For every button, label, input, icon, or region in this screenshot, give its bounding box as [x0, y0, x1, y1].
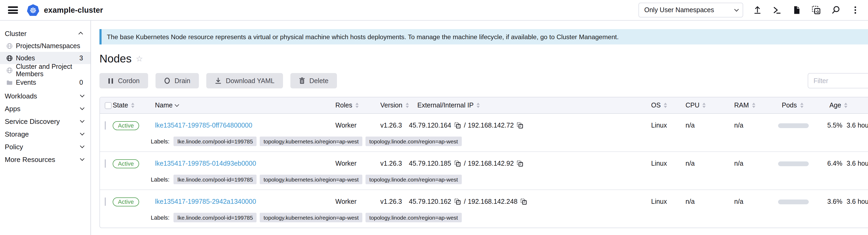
delete-button[interactable]: Delete	[290, 73, 337, 88]
column-header-state[interactable]: State	[113, 101, 155, 109]
pods-percent: 6.4%	[827, 160, 842, 167]
external-ip: 45.79.120.162	[409, 198, 451, 205]
sort-icon	[703, 103, 706, 108]
pods-cell	[778, 199, 827, 204]
column-header-external-internal-ip[interactable]: External/Internal IP	[409, 101, 651, 109]
os-cell: Linux	[651, 160, 685, 167]
sidebar-section-label: Storage	[5, 130, 29, 138]
search-icon[interactable]	[831, 5, 841, 16]
nodes-table: State Name Roles Version External/Intern…	[99, 97, 868, 228]
node-name-link[interactable]: lke135417-199785-0ff764800000	[155, 122, 252, 129]
column-header-roles[interactable]: Roles	[335, 101, 380, 109]
info-banner: The base Kubernetes Node resource repres…	[99, 29, 868, 45]
row-checkbox[interactable]	[105, 121, 106, 130]
drain-button[interactable]: Drain	[156, 73, 199, 88]
sidebar-section-cluster[interactable]: Cluster	[0, 27, 90, 40]
copy-icon[interactable]	[454, 160, 461, 167]
kebab-menu-icon[interactable]	[850, 5, 861, 16]
labels-label: Labels:	[151, 175, 169, 183]
trash-icon	[299, 77, 305, 84]
external-ip: 45.79.120.164	[409, 122, 451, 129]
copy-kubeconfig-icon[interactable]	[811, 5, 822, 16]
cpu-cell: n/a	[685, 160, 734, 167]
ip-cell: 45.79.120.185 / 192.168.142.92	[409, 160, 651, 167]
download-yaml-button[interactable]: Download YAML	[206, 73, 283, 88]
label-pill: topology.linode.com/region=ap-west	[366, 213, 462, 222]
roles-cell: Worker	[335, 198, 380, 205]
download-kubeconfig-icon[interactable]	[791, 5, 802, 16]
sidebar-item-events[interactable]: Events 0	[0, 76, 90, 88]
kubernetes-logo-icon: ☸	[27, 4, 39, 16]
sidebar-item-projects-namespaces[interactable]: Projects/Namespaces	[0, 40, 90, 52]
column-header-age[interactable]: Age	[827, 101, 868, 109]
sidebar-section-label: Apps	[5, 105, 20, 113]
status-badge: Active	[113, 159, 139, 168]
actions-row: Cordon Drain Download YAML	[99, 73, 868, 88]
cordon-button[interactable]: Cordon	[99, 73, 148, 88]
pods-cell	[778, 123, 827, 128]
copy-icon[interactable]	[517, 160, 523, 167]
sidebar-section-more-resources[interactable]: More Resources	[0, 153, 90, 166]
column-header-pods[interactable]: Pods	[778, 101, 827, 109]
ip-separator: /	[464, 122, 466, 129]
sidebar-item-label: Nodes	[16, 54, 35, 62]
table-row: Active lke135417-199785-2942a1340000 Wor…	[100, 190, 868, 228]
folder-icon	[6, 79, 13, 86]
sort-icon	[664, 103, 667, 108]
sidebar-section-label: Policy	[5, 143, 23, 151]
external-ip: 45.79.120.185	[409, 160, 451, 167]
globe-icon	[6, 55, 13, 61]
chevron-down-icon	[80, 118, 84, 123]
sidebar-item-nodes[interactable]: Nodes 3	[0, 52, 90, 64]
namespace-filter-dropdown[interactable]: Only User Namespaces	[639, 3, 743, 18]
column-header-cpu[interactable]: CPU	[685, 101, 734, 109]
kubectl-shell-icon[interactable]	[772, 5, 782, 16]
column-header-os[interactable]: OS	[651, 101, 685, 109]
chevron-down-icon	[80, 131, 84, 136]
sidebar-item-label: Cluster and Project Members	[16, 63, 83, 78]
ram-cell: n/a	[734, 122, 778, 129]
node-name-link[interactable]: lke135417-199785-2942a1340000	[155, 198, 256, 205]
pause-icon	[108, 78, 114, 84]
filter-input[interactable]	[808, 73, 868, 88]
label-pill: topology.linode.com/region=ap-west	[366, 137, 462, 146]
status-badge: Active	[113, 121, 139, 130]
sort-icon	[131, 103, 134, 108]
column-header-ram[interactable]: RAM	[734, 101, 778, 109]
age-cell: 3.6 hours	[846, 160, 868, 167]
table-row: Active lke135417-199785-014d93eb0000 Wor…	[100, 152, 868, 190]
ram-cell: n/a	[734, 198, 778, 205]
sidebar-item-cluster-and-project-members[interactable]: Cluster and Project Members	[0, 64, 90, 76]
copy-icon[interactable]	[454, 199, 461, 205]
os-cell: Linux	[651, 122, 685, 129]
import-yaml-icon[interactable]	[752, 5, 763, 16]
node-name-link[interactable]: lke135417-199785-014d93eb0000	[155, 160, 256, 167]
sidebar-section-service-discovery[interactable]: Service Discovery	[0, 115, 90, 127]
select-all-checkbox[interactable]	[105, 102, 112, 109]
copy-icon[interactable]	[454, 122, 461, 128]
drain-icon	[164, 77, 170, 84]
labels-label: Labels:	[151, 137, 169, 145]
row-checkbox[interactable]	[105, 159, 106, 168]
sidebar-section-apps[interactable]: Apps	[0, 102, 90, 115]
copy-icon[interactable]	[521, 199, 527, 205]
column-header-name[interactable]: Name	[155, 101, 335, 109]
sidebar-section-label: More Resources	[5, 155, 55, 163]
sort-icon	[405, 103, 409, 108]
sidebar-section-storage[interactable]: Storage	[0, 127, 90, 140]
copy-icon[interactable]	[517, 122, 523, 128]
cpu-cell: n/a	[685, 122, 734, 129]
column-header-version[interactable]: Version	[380, 101, 409, 109]
screen: ☸ example-cluster Only User Namespaces	[0, 0, 868, 235]
pods-progress-bar	[778, 161, 809, 166]
sidebar-section-workloads[interactable]: Workloads	[0, 89, 90, 102]
cluster-title: example-cluster	[44, 6, 103, 14]
labels-row: Labels: lke.linode.com/pool-id=199785 to…	[100, 136, 868, 151]
favorite-star-icon[interactable]: ☆	[136, 54, 143, 63]
row-checkbox[interactable]	[105, 198, 106, 206]
sidebar-section-policy[interactable]: Policy	[0, 140, 90, 153]
download-yaml-button-label: Download YAML	[226, 77, 275, 84]
globe-icon	[6, 67, 13, 73]
page-title: Nodes	[99, 52, 131, 65]
hamburger-menu-icon[interactable]	[8, 6, 18, 14]
